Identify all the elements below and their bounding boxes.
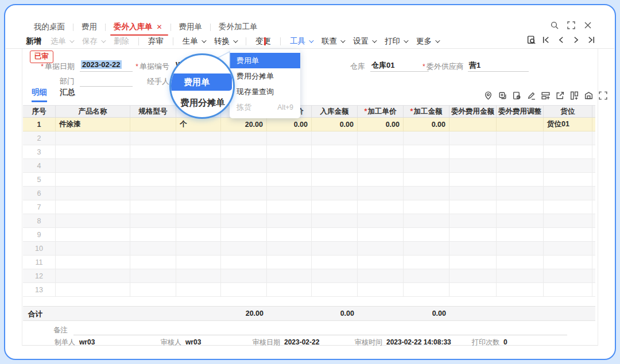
grid-cell[interactable] bbox=[592, 159, 595, 172]
grid-cell[interactable] bbox=[544, 255, 592, 269]
grid-cell[interactable] bbox=[267, 173, 312, 186]
grid-cell[interactable] bbox=[56, 214, 130, 227]
grid-cell[interactable] bbox=[592, 214, 595, 227]
grid-cell[interactable] bbox=[450, 145, 497, 158]
main-tab-1[interactable]: 我的桌面 bbox=[26, 20, 73, 34]
grid-cell[interactable] bbox=[176, 269, 221, 282]
grid-cell[interactable] bbox=[358, 269, 404, 282]
grid-cell[interactable] bbox=[592, 145, 595, 158]
grid-cell[interactable] bbox=[358, 255, 404, 269]
grid-cell[interactable] bbox=[592, 269, 595, 282]
grid-cell[interactable]: 9 bbox=[23, 228, 56, 241]
toolbar-button-生单[interactable]: 生单 bbox=[183, 36, 205, 47]
grid-cell[interactable] bbox=[130, 131, 176, 145]
dept-input[interactable] bbox=[80, 75, 133, 87]
grid-cell[interactable] bbox=[312, 131, 358, 145]
grid-cell[interactable] bbox=[130, 173, 176, 186]
grid-cell[interactable] bbox=[312, 187, 358, 200]
grid-cell[interactable]: 0.00 bbox=[404, 118, 450, 131]
grid-cell[interactable] bbox=[267, 283, 312, 296]
grid-cell[interactable] bbox=[221, 200, 267, 214]
grid-cell[interactable] bbox=[56, 131, 130, 145]
grid-cell[interactable] bbox=[267, 187, 312, 200]
grid-cell[interactable] bbox=[592, 173, 595, 186]
toolbar-button-变更[interactable]: 变更 bbox=[255, 36, 271, 47]
grid-cell[interactable]: 货位01 bbox=[544, 118, 592, 131]
grid-cell[interactable] bbox=[56, 200, 130, 214]
grid-cell[interactable] bbox=[56, 283, 130, 296]
doc-config-icon[interactable] bbox=[512, 91, 522, 103]
grid-cell[interactable] bbox=[267, 200, 312, 214]
warehouse-icon[interactable] bbox=[584, 91, 594, 103]
grid-row[interactable]: 1件涂漆个20.000.000.000.000.00货位01 bbox=[23, 118, 595, 131]
grid-cell[interactable] bbox=[312, 214, 358, 227]
close-icon[interactable] bbox=[583, 21, 592, 32]
grid-cell[interactable] bbox=[544, 187, 592, 200]
grid-cell[interactable] bbox=[358, 242, 404, 255]
grid-cell[interactable]: 20.00 bbox=[221, 118, 267, 131]
menu-item-费用分摊单[interactable]: 费用分摊单 bbox=[230, 68, 300, 84]
main-tab-4[interactable]: 费用单 bbox=[171, 20, 211, 34]
grid-cell[interactable] bbox=[592, 255, 595, 269]
toolbar-button-转换[interactable]: 转换 bbox=[214, 36, 237, 47]
grid-cell[interactable] bbox=[592, 228, 595, 241]
batch-edit-icon[interactable] bbox=[526, 91, 536, 103]
grid-cell[interactable] bbox=[176, 255, 221, 269]
grid-cell[interactable] bbox=[130, 228, 176, 241]
grid-cell[interactable] bbox=[404, 255, 450, 269]
grid-row[interactable]: 6 bbox=[23, 187, 595, 200]
grid-cell[interactable] bbox=[450, 283, 497, 296]
grid-cell[interactable] bbox=[358, 173, 404, 186]
grid-cell[interactable] bbox=[312, 242, 358, 255]
grid-cell[interactable] bbox=[544, 269, 592, 282]
grid-row[interactable]: 10 bbox=[23, 242, 595, 255]
next-record-icon[interactable] bbox=[571, 35, 581, 47]
grid-cell[interactable] bbox=[221, 131, 267, 145]
grid-cell[interactable] bbox=[404, 173, 450, 186]
grid-cell[interactable]: 1 bbox=[23, 118, 56, 131]
grid-cell[interactable] bbox=[312, 145, 358, 158]
grid-cell[interactable] bbox=[176, 187, 221, 200]
grid-cell[interactable]: 0.00 bbox=[267, 118, 312, 131]
grid-cell[interactable] bbox=[450, 131, 497, 145]
grid-cell[interactable]: 11 bbox=[23, 255, 56, 269]
grid-cell[interactable] bbox=[130, 242, 176, 255]
grid-cell[interactable] bbox=[592, 131, 595, 145]
grid-cell[interactable] bbox=[176, 131, 221, 145]
toolbar-button-新增[interactable]: 新增 bbox=[26, 36, 41, 47]
grid-cell[interactable] bbox=[450, 159, 497, 172]
grid-cell[interactable] bbox=[592, 118, 595, 131]
grid-cell[interactable] bbox=[544, 214, 592, 227]
grid-cell[interactable] bbox=[450, 214, 497, 227]
grid-cell[interactable] bbox=[404, 145, 450, 158]
grid-cell[interactable] bbox=[497, 228, 544, 241]
grid-cell[interactable]: 件涂漆 bbox=[56, 118, 130, 131]
grid-row[interactable]: 4 bbox=[23, 159, 595, 173]
grid-cell[interactable] bbox=[497, 242, 544, 255]
grid-cell[interactable] bbox=[404, 131, 450, 145]
grid-cell[interactable] bbox=[176, 200, 221, 214]
grid-cell[interactable]: 4 bbox=[23, 159, 56, 172]
grid-cell[interactable] bbox=[56, 228, 130, 241]
grid-cell[interactable] bbox=[358, 200, 404, 214]
copy-add-icon[interactable] bbox=[498, 91, 507, 103]
main-tab-5[interactable]: 委外加工单 bbox=[211, 20, 266, 34]
grid-cell[interactable] bbox=[497, 159, 544, 172]
grid-cell[interactable] bbox=[130, 283, 176, 296]
preview-search-icon[interactable] bbox=[526, 35, 536, 47]
grid-cell[interactable] bbox=[176, 214, 221, 227]
toolbar-button-弃审[interactable]: 弃审 bbox=[148, 36, 164, 47]
grid-cell[interactable] bbox=[497, 255, 544, 269]
grid-cell[interactable] bbox=[404, 228, 450, 241]
grid-cell[interactable] bbox=[592, 283, 595, 296]
grid-cell[interactable] bbox=[358, 145, 404, 158]
grid-cell[interactable]: 0.00 bbox=[312, 118, 358, 131]
grid-cell[interactable]: 3 bbox=[23, 145, 56, 158]
grid-row[interactable]: 5 bbox=[23, 173, 595, 187]
grid-cell[interactable] bbox=[267, 159, 312, 172]
grid-cell[interactable] bbox=[176, 173, 221, 186]
grid-cell[interactable] bbox=[130, 187, 176, 200]
grid-cell[interactable] bbox=[56, 255, 130, 269]
grid-row[interactable]: 12 bbox=[23, 269, 595, 283]
toolbar-button-联查[interactable]: 联查 bbox=[321, 36, 344, 47]
